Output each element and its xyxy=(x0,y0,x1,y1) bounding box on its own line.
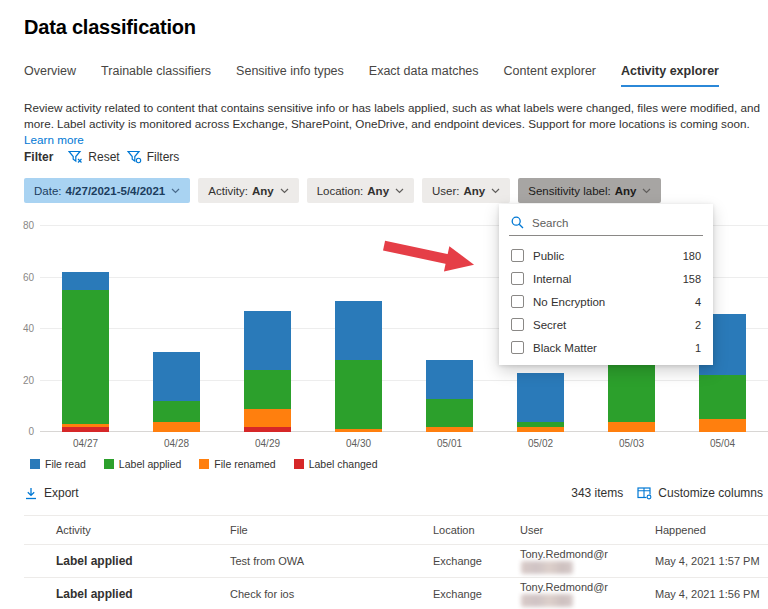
legend-swatch xyxy=(199,459,209,469)
column-header-file[interactable]: File xyxy=(230,524,433,536)
legend-swatch xyxy=(104,459,114,469)
column-header-happened[interactable]: Happened xyxy=(655,524,768,536)
cell-user: Tony.Redmond@r xyxy=(520,548,655,574)
segment-file-renamed[interactable] xyxy=(608,422,655,432)
tab-exact-data-matches[interactable]: Exact data matches xyxy=(369,64,479,87)
option-label: Public xyxy=(533,250,683,262)
segment-file-renamed[interactable] xyxy=(426,427,473,432)
option-public[interactable]: Public180 xyxy=(499,244,713,267)
segment-file-read[interactable] xyxy=(244,311,291,370)
segment-label-applied[interactable] xyxy=(153,401,200,422)
export-button[interactable]: Export xyxy=(24,486,79,500)
checkbox[interactable] xyxy=(511,341,524,354)
search-icon xyxy=(511,216,524,229)
checkbox[interactable] xyxy=(511,318,524,331)
segment-label-applied[interactable] xyxy=(699,375,746,419)
checkbox[interactable] xyxy=(511,295,524,308)
column-header-user[interactable]: User xyxy=(520,524,655,536)
pill-value: Any xyxy=(252,185,274,197)
segment-file-read[interactable] xyxy=(426,360,473,399)
table-row[interactable]: Label appliedTest from OWAExchangeTony.R… xyxy=(24,545,768,578)
customize-columns-label: Customize columns xyxy=(658,486,763,500)
tab-overview[interactable]: Overview xyxy=(24,64,76,87)
stacked-bar[interactable] xyxy=(517,373,564,432)
tab-activity-explorer[interactable]: Activity explorer xyxy=(621,64,719,87)
x-axis-label: 05/02 xyxy=(495,438,586,449)
segment-label-changed[interactable] xyxy=(62,427,109,432)
filters-label: Filters xyxy=(147,150,180,164)
pill-user[interactable]: User: Any xyxy=(422,178,510,203)
x-axis-label: 04/27 xyxy=(40,438,131,449)
option-black-matter[interactable]: Black Matter1 xyxy=(499,336,713,359)
segment-file-renamed[interactable] xyxy=(517,427,564,432)
cell-location: Exchange xyxy=(433,555,520,567)
reset-filters-button[interactable]: Reset xyxy=(68,150,119,164)
segment-file-renamed[interactable] xyxy=(153,422,200,432)
tab-content-explorer[interactable]: Content explorer xyxy=(504,64,596,87)
segment-label-applied[interactable] xyxy=(608,360,655,422)
table-row[interactable]: Label appliedCheck for iosExchangeTony.R… xyxy=(24,578,768,609)
pill-date[interactable]: Date: 4/27/2021-5/4/2021 xyxy=(24,178,190,203)
y-axis-tick: 60 xyxy=(23,271,34,282)
option-secret[interactable]: Secret2 xyxy=(499,313,713,336)
download-icon xyxy=(24,487,38,500)
segment-file-renamed[interactable] xyxy=(244,409,291,427)
segment-file-read[interactable] xyxy=(335,301,382,360)
segment-file-renamed[interactable] xyxy=(335,429,382,432)
segment-label-applied[interactable] xyxy=(426,399,473,427)
stacked-bar[interactable] xyxy=(153,352,200,432)
segment-file-read[interactable] xyxy=(517,373,564,422)
stacked-bar[interactable] xyxy=(335,301,382,432)
legend-label: Label changed xyxy=(309,458,378,470)
filter-label: Filter xyxy=(24,150,53,164)
chevron-down-icon xyxy=(642,188,651,194)
stacked-bar[interactable] xyxy=(62,272,109,432)
legend-swatch xyxy=(294,459,304,469)
pill-location[interactable]: Location: Any xyxy=(307,178,414,203)
stacked-bar[interactable] xyxy=(244,311,291,432)
dropdown-search-box[interactable] xyxy=(509,212,703,236)
search-input[interactable] xyxy=(532,217,672,229)
segment-file-renamed[interactable] xyxy=(699,419,746,432)
checkbox[interactable] xyxy=(511,249,524,262)
column-header-activity[interactable]: Activity xyxy=(56,524,230,536)
bar-column-04/28 xyxy=(131,226,222,432)
cell-file: Check for ios xyxy=(230,588,433,600)
checkbox[interactable] xyxy=(511,272,524,285)
cell-activity: Label applied xyxy=(56,587,230,601)
x-axis-label: 05/03 xyxy=(586,438,677,449)
activity-explorer-page: Data classification OverviewTrainable cl… xyxy=(0,0,768,609)
pill-activity[interactable]: Activity: Any xyxy=(198,178,298,203)
cell-happened: May 4, 2021 1:57 PM xyxy=(655,555,768,567)
dropdown-options: Public180Internal158No Encryption4Secret… xyxy=(499,236,713,359)
learn-more-link[interactable]: Learn more xyxy=(24,133,84,146)
option-internal[interactable]: Internal158 xyxy=(499,267,713,290)
y-axis-tick: 40 xyxy=(23,323,34,334)
tab-bar: OverviewTrainable classifiersSensitive i… xyxy=(24,64,719,87)
legend-label: Label applied xyxy=(119,458,181,470)
segment-label-applied[interactable] xyxy=(335,360,382,430)
page-description: Review activity related to content that … xyxy=(24,100,768,148)
tab-sensitive-info-types[interactable]: Sensitive info types xyxy=(236,64,344,87)
y-axis-tick: 80 xyxy=(23,220,34,231)
segment-label-applied[interactable] xyxy=(244,370,291,409)
legend-item-label-changed: Label changed xyxy=(294,458,378,470)
items-count: 343 items xyxy=(571,486,623,500)
option-no-encryption[interactable]: No Encryption4 xyxy=(499,290,713,313)
legend-swatch xyxy=(30,459,40,469)
filters-button[interactable]: Filters xyxy=(127,150,180,164)
stacked-bar[interactable] xyxy=(426,360,473,432)
column-header-location[interactable]: Location xyxy=(433,524,520,536)
customize-columns-button[interactable]: Customize columns xyxy=(637,486,763,500)
segment-label-applied[interactable] xyxy=(62,290,109,424)
pill-label: Sensitivity label: xyxy=(528,185,610,197)
pill-sensitivity-label[interactable]: Sensitivity label: Any xyxy=(518,178,661,203)
segment-file-read[interactable] xyxy=(62,272,109,290)
x-axis-label: 04/29 xyxy=(222,438,313,449)
segment-file-read[interactable] xyxy=(153,352,200,401)
pill-label: Location: xyxy=(317,185,364,197)
legend-item-file-renamed: File renamed xyxy=(199,458,275,470)
segment-label-changed[interactable] xyxy=(244,427,291,432)
clear-filter-icon xyxy=(68,150,83,164)
tab-trainable-classifiers[interactable]: Trainable classifiers xyxy=(101,64,211,87)
